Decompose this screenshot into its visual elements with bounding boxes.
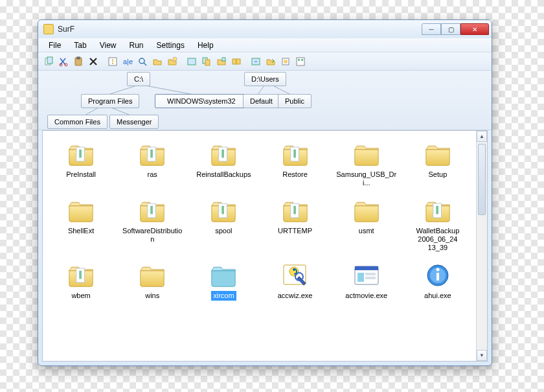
- rename-icon[interactable]: a|e: [121, 55, 134, 68]
- file-item[interactable]: Restore: [260, 137, 329, 190]
- favorites-icon[interactable]: [230, 55, 243, 68]
- svg-text:a|e: a|e: [123, 58, 133, 65]
- file-item[interactable]: accwiz.exe: [260, 259, 329, 303]
- svg-rect-15: [232, 59, 236, 64]
- tree-icon[interactable]: [215, 55, 228, 68]
- icon-grid[interactable]: PreInstall ras ReinstallBackups Restore …: [43, 131, 476, 361]
- file-label: ShellExt: [66, 226, 96, 236]
- forward-icon[interactable]: [279, 55, 292, 68]
- file-item[interactable]: Setup: [403, 137, 472, 190]
- svg-rect-20: [297, 58, 304, 65]
- folder-icon: [64, 140, 98, 168]
- copy-icon[interactable]: [42, 55, 55, 68]
- tab-messenger[interactable]: Messenger: [109, 115, 159, 129]
- folder-icon: [278, 196, 312, 225]
- file-label: actmovie.exe: [343, 291, 389, 301]
- tab-common-files[interactable]: Common Files: [47, 115, 108, 129]
- app-icon: [43, 24, 54, 34]
- file-item[interactable]: Samsung_USB_Dri...: [332, 137, 401, 190]
- window-title: SurF: [58, 25, 422, 34]
- file-item[interactable]: PreInstall: [47, 137, 115, 190]
- svg-point-54: [436, 268, 439, 271]
- file-item[interactable]: wins: [118, 259, 187, 303]
- svg-rect-13: [205, 60, 210, 65]
- svg-rect-26: [151, 150, 153, 158]
- svg-point-19: [284, 60, 288, 63]
- new-file-icon[interactable]: [166, 55, 179, 68]
- menu-settings[interactable]: Settings: [150, 40, 191, 51]
- file-item[interactable]: URTTEMP: [260, 194, 329, 255]
- views-icon[interactable]: [294, 55, 307, 68]
- folder-icon: [135, 196, 169, 225]
- tab-d-users[interactable]: D:\Users: [244, 72, 286, 86]
- file-label: SoftwareDistribution: [120, 226, 185, 244]
- tab-c-drive[interactable]: C:\: [127, 72, 150, 86]
- svg-rect-28: [222, 150, 225, 158]
- file-item[interactable]: actmovie.exe: [332, 259, 401, 303]
- close-button[interactable]: ✕: [460, 23, 489, 35]
- menu-view[interactable]: View: [93, 40, 123, 51]
- tab-default[interactable]: Default: [243, 94, 280, 108]
- scroll-down-icon[interactable]: ▼: [477, 350, 487, 361]
- svg-rect-34: [222, 206, 225, 214]
- file-item[interactable]: ahui.exe: [403, 259, 472, 303]
- menu-run[interactable]: Run: [123, 40, 150, 51]
- file-label: Restore: [280, 170, 310, 179]
- svg-rect-24: [79, 150, 82, 158]
- file-item[interactable]: ReinstallBackups: [189, 137, 258, 190]
- tab-program-files[interactable]: Program Files: [81, 94, 139, 108]
- svg-rect-50: [365, 277, 376, 279]
- file-label: ahui.exe: [422, 291, 453, 301]
- file-label: wbem: [69, 291, 92, 301]
- menu-tab[interactable]: Tab: [67, 40, 93, 51]
- folder-icon: [421, 140, 455, 168]
- window-controls: ─ ▢ ✕: [422, 23, 489, 35]
- refresh-icon[interactable]: [185, 55, 198, 68]
- file-item[interactable]: ras: [118, 137, 187, 190]
- file-item[interactable]: spool: [189, 194, 258, 255]
- scroll-thumb[interactable]: [478, 144, 486, 215]
- tab-system32[interactable]: WINDOWS\system32: [155, 94, 248, 108]
- menu-file[interactable]: File: [42, 40, 67, 51]
- svg-rect-5: [77, 57, 80, 59]
- menu-help[interactable]: Help: [191, 40, 220, 51]
- svg-rect-22: [301, 59, 303, 61]
- properties-icon[interactable]: [106, 55, 119, 68]
- svg-point-10: [173, 57, 177, 61]
- file-item[interactable]: wbem: [47, 259, 115, 303]
- tab-public[interactable]: Public: [278, 94, 312, 108]
- svg-rect-49: [365, 273, 376, 275]
- search-icon[interactable]: [136, 55, 149, 68]
- svg-point-9: [139, 58, 144, 63]
- minimize-button[interactable]: ─: [422, 23, 441, 35]
- folder-icon: [207, 261, 240, 290]
- svg-rect-48: [357, 273, 364, 282]
- scroll-up-icon[interactable]: ▲: [477, 131, 487, 142]
- file-label: ras: [146, 170, 159, 179]
- file-item[interactable]: xircom: [189, 259, 258, 303]
- copy-path-icon[interactable]: [200, 55, 213, 68]
- toolbar: a|e: [38, 52, 492, 71]
- file-item[interactable]: usmt: [332, 194, 401, 255]
- new-folder-icon[interactable]: [151, 55, 164, 68]
- maximize-button[interactable]: ▢: [441, 23, 460, 35]
- vertical-scrollbar[interactable]: ▲ ▼: [476, 131, 487, 361]
- svg-rect-32: [151, 206, 153, 214]
- delete-icon[interactable]: [87, 55, 100, 68]
- svg-rect-30: [293, 150, 296, 158]
- svg-rect-38: [436, 206, 438, 214]
- file-item[interactable]: SoftwareDistribution: [118, 194, 187, 255]
- file-label: WalletBackup 2006_06_24 13_39: [405, 226, 470, 252]
- back-icon[interactable]: [264, 55, 277, 68]
- folder-icon: [64, 261, 98, 290]
- svg-point-43: [293, 268, 295, 271]
- folder-icon: [64, 196, 98, 225]
- up-icon[interactable]: [249, 55, 262, 68]
- svg-rect-11: [188, 58, 196, 65]
- cut-icon[interactable]: [57, 55, 70, 68]
- file-item[interactable]: WalletBackup 2006_06_24 13_39: [403, 194, 472, 255]
- svg-rect-53: [436, 273, 439, 281]
- paste-icon[interactable]: [72, 55, 85, 68]
- file-item[interactable]: ShellExt: [47, 194, 115, 255]
- titlebar[interactable]: SurF ─ ▢ ✕: [38, 20, 492, 38]
